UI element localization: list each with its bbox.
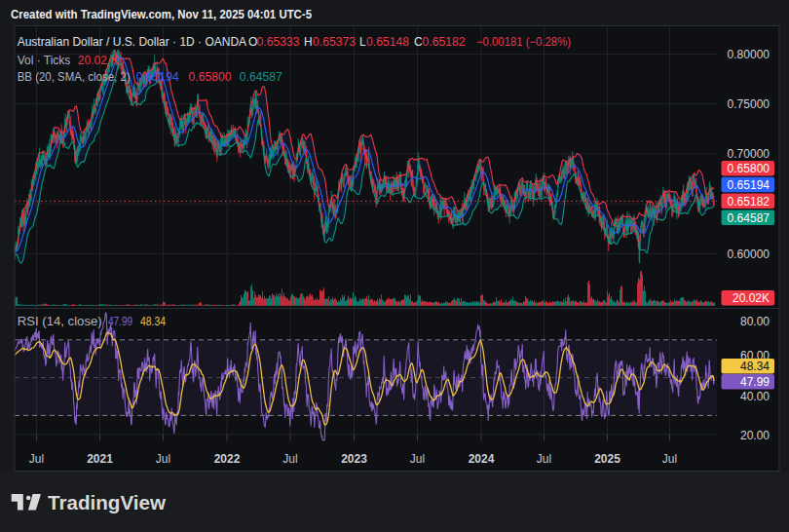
svg-text:0.65148: 0.65148 [366, 35, 409, 49]
svg-text:47.99: 47.99 [740, 375, 770, 389]
svg-text:Jul: Jul [410, 452, 425, 466]
svg-text:BB (20, SMA, close, 2): BB (20, SMA, close, 2) [18, 70, 131, 84]
svg-text:0.65182: 0.65182 [728, 195, 770, 209]
svg-text:0.75000: 0.75000 [728, 97, 770, 111]
svg-text:2023: 2023 [341, 452, 367, 466]
svg-text:Australian Dollar / U.S. Dolla: Australian Dollar / U.S. Dollar · 1D · O… [18, 35, 246, 49]
svg-text:2025: 2025 [594, 452, 620, 466]
svg-text:2021: 2021 [87, 452, 113, 466]
svg-text:TradingView: TradingView [48, 492, 166, 513]
svg-text:0.64587: 0.64587 [240, 70, 282, 84]
svg-text:2022: 2022 [214, 452, 241, 466]
svg-text:L: L [359, 35, 366, 49]
svg-text:Vol · Ticks: Vol · Ticks [18, 54, 71, 67]
svg-text:47.99: 47.99 [108, 315, 132, 328]
svg-text:48.34: 48.34 [740, 360, 770, 373]
svg-text:0.65194: 0.65194 [728, 178, 770, 192]
svg-text:H: H [304, 35, 313, 49]
svg-text:48.34: 48.34 [140, 315, 166, 328]
svg-text:Jul: Jul [537, 452, 551, 466]
svg-text:20.02: 20.02 [78, 54, 107, 67]
svg-text:0.65373: 0.65373 [313, 35, 356, 49]
svg-text:RSI (14, close): RSI (14, close) [18, 315, 102, 328]
svg-text:Jul: Jul [156, 452, 170, 466]
svg-text:Jul: Jul [662, 452, 677, 466]
svg-text:40.00: 40.00 [740, 390, 770, 403]
svg-text:0.80000: 0.80000 [728, 48, 770, 61]
svg-text:0.65800: 0.65800 [728, 162, 770, 175]
svg-text:0.65333: 0.65333 [257, 35, 300, 49]
svg-text:2024: 2024 [469, 452, 495, 466]
svg-text:80.00: 80.00 [740, 315, 770, 328]
svg-text:0.65182: 0.65182 [423, 35, 466, 49]
svg-text:−0.00181 (−0.28%): −0.00181 (−0.28%) [476, 35, 571, 49]
svg-text:20.00: 20.00 [740, 429, 770, 442]
svg-text:Jul: Jul [282, 452, 297, 466]
svg-text:0.65194: 0.65194 [136, 70, 179, 84]
svg-text:Jul: Jul [29, 452, 44, 466]
svg-text:Created with TradingView.com,: Created with TradingView.com, Nov 11, 20… [11, 8, 312, 21]
svg-text:0.70000: 0.70000 [728, 147, 770, 161]
svg-text:0.65800: 0.65800 [189, 70, 232, 84]
svg-text:0.60000: 0.60000 [728, 247, 770, 261]
svg-text:K: K [111, 54, 119, 67]
svg-text:20.02K: 20.02K [733, 291, 770, 305]
svg-text:0.64587: 0.64587 [728, 211, 770, 225]
